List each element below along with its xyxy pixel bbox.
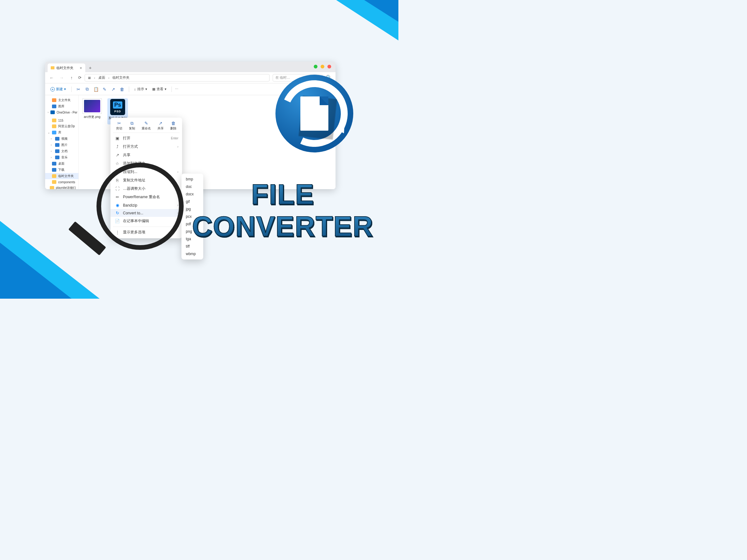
ctx-copy-button[interactable]: ⧉复制 [129,121,135,131]
folder-icon [52,118,56,122]
sidebar-item-tmp[interactable]: 临时文件夹 [45,173,78,179]
more-button[interactable]: ⋯ [175,87,179,91]
share-icon[interactable]: ↗ [109,87,117,92]
window-minimize[interactable] [314,65,317,69]
ctx-share-button[interactable]: ↗共享 [157,121,164,131]
ctx-open[interactable]: ▣打开Enter [110,134,182,142]
ctx-more-options[interactable]: ⋮显示更多选项 [110,228,182,236]
ctx-powerrename[interactable]: ✏PowerRename 重命名 [110,193,182,201]
breadcrumb-sep: › [108,76,109,80]
sidebar-item-playnite[interactable]: playnite详细们 [45,185,78,189]
chevron-right-icon: › [177,204,178,207]
sidebar-item-pictures[interactable]: ›图片 [45,142,78,148]
rename-icon[interactable]: ✎ [101,87,108,92]
chevron-down-icon: ▾ [165,87,166,91]
sidebar-item-components[interactable]: components [45,179,78,185]
chevron-down-icon: ▾ [145,87,147,91]
ctx-share[interactable]: ↗共享 [110,151,182,159]
gallery-icon [52,105,56,108]
context-toolbar: ✂剪切 ⧉复制 ✎重命名 ↗共享 🗑删除 [110,119,182,131]
convert-icon: ↻ [115,211,120,215]
delete-icon[interactable]: 🗑 [118,87,126,92]
plus-icon: + [50,87,55,91]
ctx-rename-button[interactable]: ✎重命名 [141,121,151,131]
title-line1: FILE [192,179,374,211]
app-icon: ▣ [115,136,120,141]
paste-icon[interactable]: 📋 [92,87,100,92]
file-item[interactable]: arc停更.png [82,98,102,119]
documents-icon [55,149,59,153]
sidebar-item-onedrive[interactable]: ›OneDrive - Per [45,109,78,115]
nav-back-button[interactable]: ← [48,75,55,80]
folder-icon [52,174,56,178]
new-button[interactable]: + 新建 ▾ [48,85,68,93]
sidebar-item-115[interactable]: 115 [45,117,78,123]
ctx-resize[interactable]: ⛶…器调整大小 [110,185,182,193]
video-icon [55,137,59,141]
title-line2: CONVERTER [192,211,374,243]
folder-icon [50,186,54,189]
window-controls [314,65,331,69]
ctx-favorite[interactable]: ☆添加到收藏夹 [110,159,182,168]
new-tab-button[interactable]: + [89,65,92,70]
format-option[interactable]: wbmp [181,250,203,258]
refresh-button[interactable]: ⟳ [78,75,81,80]
sort-button[interactable]: ↕ 排序 ▾ [132,87,149,91]
breadcrumb-root[interactable]: 桌面 [98,75,105,80]
breadcrumb-folder[interactable]: 临时文件夹 [112,75,129,80]
copy-icon: ⧉ [130,121,133,126]
toolbar-separator [71,86,72,92]
folder-icon [51,66,54,70]
decorative-triangle-bl2 [0,243,72,299]
ctx-cut-button[interactable]: ✂剪切 [116,121,122,131]
ctx-notepad[interactable]: 📄在记事本中编辑 [110,217,182,225]
nav-forward-button[interactable]: → [58,75,65,80]
sidebar-item-gallery[interactable]: 图库 [45,103,78,109]
library-icon [52,131,56,134]
ctx-convert-to[interactable]: ↻Convert to...› [110,209,182,217]
view-button[interactable]: ▦ 查看 ▾ [150,87,169,91]
menu-separator [113,226,180,227]
sidebar-item-library[interactable]: ⌄库 [45,129,78,136]
window-close[interactable] [328,65,331,69]
sidebar-item-downloads[interactable]: 下载 [45,167,78,173]
menu-separator [113,133,180,133]
home-icon [52,98,56,102]
address-bar[interactable]: 🖥 › 桌面 › 临时文件夹 [85,74,269,81]
chevron-down-icon: ▾ [64,87,66,91]
copy-icon[interactable]: ⧉ [83,86,91,92]
sidebar-item-documents[interactable]: ›文档 [45,148,78,154]
window-maximize[interactable] [320,65,324,69]
cut-icon: ✂ [117,121,121,126]
downloads-icon [52,168,56,172]
ctx-bandizip[interactable]: ◉Bandizip› [110,201,182,209]
ctx-copy-path[interactable]: ⎘复制文件地址 [110,176,182,185]
sidebar-item-desktop[interactable]: 桌面 [45,161,78,167]
ctx-open-with[interactable]: ⤴打开方式› [110,142,182,151]
tab-active[interactable]: 临时文件夹 × [48,63,85,72]
bandizip-icon: ◉ [115,203,120,208]
resize-icon: ⛶ [115,186,120,191]
sidebar-item-aliyun[interactable]: 阿里云盘Op [45,123,78,129]
ctx-compress[interactable]: 🗀压缩到...› [110,168,182,176]
sidebar-item-music[interactable]: ›音乐 [45,154,78,161]
nav-up-button[interactable]: ↑ [68,75,75,80]
chevron-right-icon: › [177,170,178,174]
tab-close-button[interactable]: × [80,65,82,70]
sidebar-item-home[interactable]: 主文件夹 [45,97,78,103]
monitor-icon: 🖥 [87,76,91,80]
format-option[interactable]: tiff [181,243,203,250]
cut-icon[interactable]: ✂ [75,87,82,92]
chevron-right-icon: › [177,211,178,215]
openwith-icon: ⤴ [115,144,120,149]
sidebar-item-videos[interactable]: ›视频 [45,136,78,142]
decorative-triangle-tr2 [364,0,398,22]
path-icon: ⎘ [115,178,120,183]
powerrename-icon: ✏ [115,195,120,199]
more-icon: ⋮ [115,230,120,235]
file-converter-logo [276,75,353,153]
new-label: 新建 [56,87,63,91]
folder-icon [52,125,56,128]
ctx-delete-button[interactable]: 🗑删除 [170,121,177,131]
star-icon: ☆ [115,161,120,166]
